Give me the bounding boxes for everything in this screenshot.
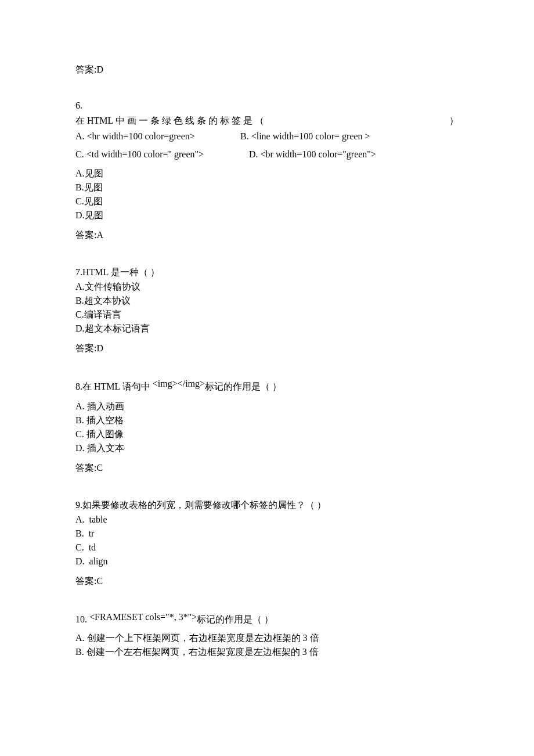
q7-stem: 7.HTML 是一种（ ） <box>75 265 459 280</box>
q7-answer: 答案:D <box>75 343 459 355</box>
q9-option-a: A. table <box>75 513 459 527</box>
question-9: 9.如果要修改表格的列宽，则需要修改哪个标签的属性？（ ） A. table B… <box>75 498 459 588</box>
q6-option-c: C.见图 <box>75 195 459 208</box>
q6-img-c: C. <td width=100 color=" green"> <box>75 146 247 163</box>
q6-stem-right: ） <box>449 113 459 128</box>
q10-stem-before: 10. <box>75 614 89 624</box>
q8-stem: 8.在 HTML 语句中 <img></img>标记的作用是（ ） <box>75 378 459 394</box>
q10-option-b: B. 创建一个左右框架网页，右边框架宽度是左边框架的 3 倍 <box>75 645 459 659</box>
q7-option-c: C.编译语言 <box>75 308 459 322</box>
q6-option-d: D.见图 <box>75 208 459 222</box>
q6-number: 6. <box>75 98 459 113</box>
q10-stem-img: <FRAMESET cols="*, 3*"> <box>89 612 197 622</box>
q8-stem-img: <img></img> <box>150 379 205 388</box>
q7-option-b: B.超文本协议 <box>75 294 459 308</box>
q6-img-b: B. <line width=100 color= green > <box>240 128 370 145</box>
q10-stem: 10. <FRAMESET cols="*, 3*">标记的作用是（ ） <box>75 611 459 627</box>
q8-option-c: C. 插入图像 <box>75 427 459 441</box>
q6-image-row-1: A. <hr width=100 color=green> B. <line w… <box>75 128 459 145</box>
document-page: 答案:D 6. 在 HTML 中 画 一 条 绿 色 线 条 的 标 签 是 （… <box>0 0 534 704</box>
q9-option-c: C. td <box>75 541 459 555</box>
q6-answer: 答案:A <box>75 229 459 242</box>
q8-stem-after: 标记的作用是（ ） <box>205 381 282 391</box>
question-7: 7.HTML 是一种（ ） A.文件传输协议 B.超文本协议 C.编译语言 D.… <box>75 265 459 355</box>
q8-stem-before: 8.在 HTML 语句中 <box>75 381 150 391</box>
q6-stem: 在 HTML 中 画 一 条 绿 色 线 条 的 标 签 是 （ ） <box>75 113 459 128</box>
q8-option-b: B. 插入空格 <box>75 413 459 427</box>
q8-option-a: A. 插入动画 <box>75 399 459 413</box>
q10-option-a: A. 创建一个上下框架网页，右边框架宽度是左边框架的 3 倍 <box>75 631 459 645</box>
q10-stem-after: 标记的作用是（ ） <box>197 614 273 624</box>
q6-img-d: D. <br width=100 color="green"> <box>249 146 376 163</box>
q6-stem-left: 在 HTML 中 画 一 条 绿 色 线 条 的 标 签 是 （ <box>75 113 264 128</box>
q7-option-a: A.文件传输协议 <box>75 280 459 294</box>
q8-answer: 答案:C <box>75 462 459 474</box>
q9-answer: 答案:C <box>75 575 459 588</box>
q6-img-a: A. <hr width=100 color=green> <box>75 128 238 145</box>
answer-5: 答案:D <box>75 64 459 76</box>
question-8: 8.在 HTML 语句中 <img></img>标记的作用是（ ） A. 插入动… <box>75 378 459 475</box>
q6-option-a: A.见图 <box>75 167 459 181</box>
q9-option-b: B. tr <box>75 527 459 541</box>
question-6: 6. 在 HTML 中 画 一 条 绿 色 线 条 的 标 签 是 （ ） A.… <box>75 98 459 242</box>
q8-option-d: D. 插入文本 <box>75 441 459 455</box>
q9-stem: 9.如果要修改表格的列宽，则需要修改哪个标签的属性？（ ） <box>75 498 459 513</box>
q6-option-b: B.见图 <box>75 181 459 195</box>
q7-option-d: D.超文本标记语言 <box>75 322 459 336</box>
question-10: 10. <FRAMESET cols="*, 3*">标记的作用是（ ） A. … <box>75 611 459 660</box>
q9-option-d: D. align <box>75 555 459 568</box>
q6-image-row-2: C. <td width=100 color=" green"> D. <br … <box>75 146 459 163</box>
